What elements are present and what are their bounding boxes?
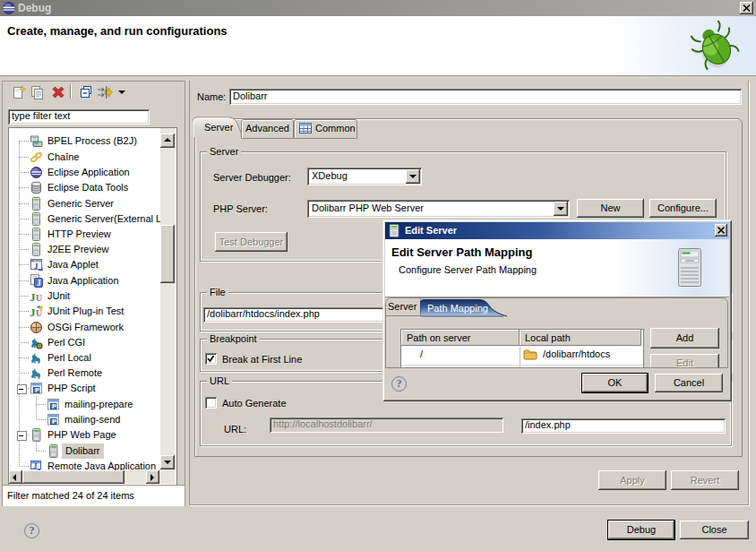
- svg-text:U: U: [36, 293, 42, 303]
- svg-text:Server: Server: [204, 122, 234, 133]
- svg-text:P: P: [52, 402, 56, 410]
- svg-text:J: J: [37, 279, 41, 288]
- svg-text:P: P: [35, 386, 39, 394]
- svg-text:Path Mapping: Path Mapping: [427, 303, 488, 314]
- svg-text:P: P: [52, 418, 56, 426]
- svg-text:J: J: [30, 306, 36, 319]
- svg-text:J: J: [34, 462, 38, 470]
- svg-text:J: J: [30, 290, 36, 304]
- svg-text:J: J: [34, 262, 39, 271]
